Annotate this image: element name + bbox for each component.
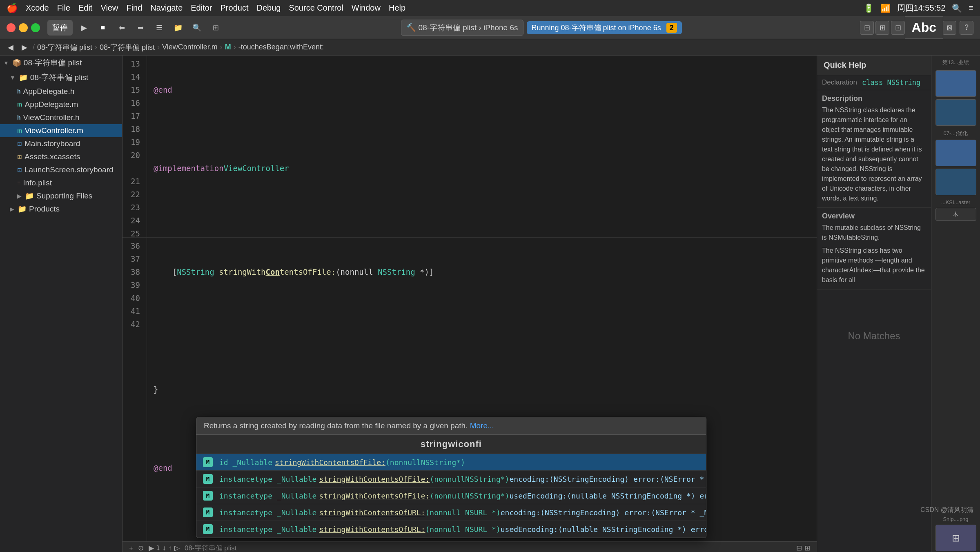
method-badge: M <box>203 457 213 467</box>
continue-button[interactable]: ▷ <box>174 544 180 552</box>
menu-view[interactable]: View <box>100 3 118 13</box>
menu-debug[interactable]: Debug <box>256 3 281 13</box>
sidebar-toggle-button[interactable]: ☰ <box>152 20 167 35</box>
breadcrumb-item-folder[interactable]: 08-字符串偏 plist <box>100 42 155 52</box>
menu-extras-icon[interactable]: ≡ <box>969 3 973 13</box>
menu-xcode[interactable]: Xcode <box>26 3 49 13</box>
thumbnail-4[interactable] <box>935 169 976 195</box>
menu-file[interactable]: File <box>57 3 70 13</box>
sidebar-label-viewcontroller-h: ViewController.h <box>23 113 80 122</box>
sidebar-item-main-storyboard[interactable]: ⊡ Main.storyboard <box>0 137 122 150</box>
quick-help-title: Quick Help <box>817 56 931 75</box>
sidebar-item-project[interactable]: ▼ 📁 08-字符串偏 plist <box>0 70 122 85</box>
code-area[interactable]: 13 14 15 16 17 18 19 20 21 22 23 24 25 2… <box>122 56 817 237</box>
add-file-button[interactable]: + <box>129 544 133 552</box>
breadcrumb-item-project[interactable]: 08-字符串偏 plist <box>37 42 92 52</box>
thumbnail-2[interactable] <box>935 99 976 126</box>
breadcrumb-item-type[interactable]: M <box>225 43 231 51</box>
toolbar-center: 🔨 08-字符串偏 plist › iPhone 6s Running 08-字… <box>228 20 855 36</box>
assistant-editor-button[interactable]: ⊞ <box>875 21 889 35</box>
apple-menu[interactable]: 🍎 <box>7 3 18 13</box>
file-navigator: ▼ 📦 08-字符串偏 plist ▼ 📁 08-字符串偏 plist h Ap… <box>0 56 122 552</box>
hierarchy-button[interactable]: ⊞ <box>208 20 223 35</box>
menu-editor[interactable]: Editor <box>191 3 212 13</box>
qh-declaration-label: Declaration <box>822 78 859 87</box>
sidebar-item-viewcontroller-h[interactable]: h ViewController.h <box>0 111 122 124</box>
sidebar-item-appdelegate-h[interactable]: h AppDelegate.h <box>0 85 122 98</box>
stop-button[interactable]: ■ <box>96 20 110 35</box>
search-icon[interactable]: 🔍 <box>952 3 962 13</box>
sidebar-item-viewcontroller-m[interactable]: m ViewController.m <box>0 124 122 137</box>
issue-navigator-button[interactable]: ⊙ <box>138 544 144 552</box>
nav-back-button[interactable]: ⬅ <box>114 20 129 35</box>
filter-button[interactable]: 🔍 <box>189 20 204 35</box>
breadcrumb-forward-button[interactable]: ▶ <box>19 42 30 53</box>
thumbnail-3[interactable] <box>935 140 976 166</box>
abc-input-badge: Abc <box>905 16 943 39</box>
file-navigator-button[interactable]: 📁 <box>171 20 185 35</box>
sidebar-item-launchscreen[interactable]: ⊡ LaunchScreen.storyboard <box>0 163 122 176</box>
sidebar-label-viewcontroller-m: ViewController.m <box>24 126 83 135</box>
project-icon: 📦 <box>12 58 21 67</box>
step-over-button[interactable]: ⤵ <box>156 544 160 552</box>
step-out-button[interactable]: ↑ <box>168 544 172 552</box>
sidebar-label-launchscreen: LaunchScreen.storyboard <box>24 165 114 174</box>
code-editor[interactable]: 13 14 15 16 17 18 19 20 21 22 23 24 25 2… <box>122 56 817 552</box>
breadcrumb-item-method[interactable]: -touchesBegan:withEvent: <box>238 43 324 51</box>
minimize-button[interactable] <box>19 23 28 32</box>
code-line-13: @end <box>154 83 817 96</box>
more-link[interactable]: More... <box>470 421 494 430</box>
panel-label-2: 07-...(优化 <box>944 130 968 137</box>
autocomplete-item-4[interactable]: M instancetype _Nullable stringWithConte… <box>196 504 706 521</box>
warning-badge[interactable]: 2 <box>666 23 677 33</box>
run-button[interactable]: ▶ <box>77 20 91 35</box>
storyboard-icon: ⊡ <box>17 167 22 173</box>
sidebar-item-root[interactable]: ▼ 📦 08-字符串偏 plist <box>0 56 122 70</box>
autocomplete-popup[interactable]: Returns a string created by reading data… <box>196 417 706 538</box>
thumbnail-1[interactable] <box>935 70 976 97</box>
play-button[interactable]: ▶ <box>149 544 154 552</box>
no-matches-label: No Matches <box>817 314 931 358</box>
menu-navigate[interactable]: Navigate <box>150 3 183 13</box>
menu-help[interactable]: Help <box>389 3 405 13</box>
sidebar-item-products[interactable]: ▶ 📁 Products <box>0 203 122 216</box>
standard-editor-button[interactable]: ⊟ <box>860 21 874 35</box>
nav-forward-button[interactable]: ➡ <box>133 20 148 35</box>
autocomplete-search-term[interactable]: stringwiconfi <box>196 435 706 454</box>
autocomplete-item-1[interactable]: M id _Nullable stringWithContentsOfFile:… <box>196 454 706 471</box>
breadcrumb-back-button[interactable]: ◀ <box>5 42 16 53</box>
menu-edit[interactable]: Edit <box>78 3 92 13</box>
zoom-button[interactable] <box>31 23 40 32</box>
qh-overview-section: Overview The mutable subclass of NSStrin… <box>817 208 931 289</box>
storyboard-icon: ⊡ <box>17 140 22 147</box>
autocomplete-item-3[interactable]: M instancetype _Nullable stringWithConte… <box>196 487 706 504</box>
menu-product[interactable]: Product <box>220 3 249 13</box>
sidebar-item-appdelegate-m[interactable]: m AppDelegate.m <box>0 98 122 111</box>
version-editor-button[interactable]: ⊡ <box>891 21 905 35</box>
close-button[interactable] <box>7 23 16 32</box>
scheme-selector[interactable]: 🔨 08-字符串偏 plist › iPhone 6s <box>401 20 523 36</box>
layout-single-button[interactable]: ⊟ <box>796 544 802 552</box>
split-editor-button[interactable]: ⊠ <box>942 21 956 35</box>
autocomplete-item-2[interactable]: M instancetype _Nullable stringWithConte… <box>196 471 706 487</box>
ide-container: ▼ 📦 08-字符串偏 plist ▼ 📁 08-字符串偏 plist h Ap… <box>0 56 980 552</box>
sidebar-label-main-storyboard: Main.storyboard <box>24 139 80 148</box>
code-content[interactable]: @end @implementation ViewController - (v… <box>147 56 817 237</box>
sidebar-item-info-plist[interactable]: ≡ Info.plist <box>0 176 122 189</box>
sidebar-item-assets[interactable]: ⊞ Assets.xcassets <box>0 150 122 163</box>
method-badge: M <box>203 507 213 517</box>
menu-source-control[interactable]: Source Control <box>289 3 343 13</box>
sidebar-item-supporting-files[interactable]: ▶ 📁 Supporting Files <box>0 189 122 203</box>
quick-help-button[interactable]: ? <box>960 21 973 35</box>
thumbnail-5[interactable]: ⊞ <box>935 525 976 551</box>
layout-split-button[interactable]: ⊞ <box>804 544 810 552</box>
method-name-2: stringWithContentsOfFile: <box>319 475 430 483</box>
step-in-button[interactable]: ↓ <box>163 544 166 552</box>
menu-find[interactable]: Find <box>126 3 142 13</box>
right-thumbnail-panel: 第13...业绩 07-...(优化 ...KSI...aster 木 Snip… <box>931 56 980 552</box>
breadcrumb-item-file[interactable]: ViewController.m <box>162 43 218 51</box>
autocomplete-item-5[interactable]: M instancetype _Nullable stringWithConte… <box>196 521 706 538</box>
scheme-icon: 🔨 <box>406 23 416 32</box>
qh-declaration-row: Declaration class NSString <box>817 75 931 90</box>
menu-window[interactable]: Window <box>352 3 381 13</box>
